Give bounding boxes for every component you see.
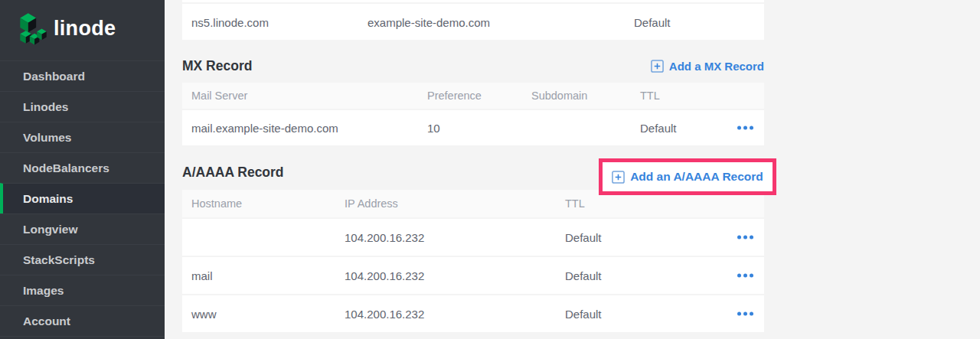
sidebar-item-linodes[interactable]: Linodes [0,91,165,122]
a-col-ttl: TTL [565,197,585,210]
a-record-row: mail 104.200.16.232 Default [182,256,764,294]
annotation-highlight-box: Add an A/AAAA Record [599,158,776,195]
sidebar-item-label: Domains [23,192,73,206]
a-ttl: Default [565,269,602,282]
a-ip-address: 104.200.16.232 [345,231,424,244]
a-hostname: mail [191,269,213,282]
mx-table-header: Mail Server Preference Subdomain TTL [182,83,764,109]
mx-record-table: Mail Server Preference Subdomain TTL mai… [182,83,764,145]
plus-square-icon [612,171,625,184]
linode-logo[interactable]: linode [0,0,165,47]
sidebar-item-label: Longview [23,223,77,236]
linode-logo-text: linode [54,17,116,41]
mx-col-ttl: TTL [640,90,660,102]
sidebar-item-label: Dashboard [23,70,85,83]
a-aaaa-record-title: A/AAAA Record [182,165,284,181]
a-row-actions-button[interactable] [736,271,754,281]
sidebar-item-label: Images [23,284,64,298]
mx-preference: 10 [427,122,440,135]
a-row-actions-button[interactable] [736,233,754,243]
mx-col-subdomain: Subdomain [531,90,587,102]
sidebar-item-dashboard[interactable]: Dashboard [0,60,165,91]
mx-col-mail-server: Mail Server [191,90,247,102]
add-a-aaaa-record-label: Add an A/AAAA Record [630,170,763,184]
a-ttl: Default [565,308,602,321]
sidebar-item-volumes[interactable]: Volumes [0,122,165,152]
add-mx-record-label: Add a MX Record [669,60,764,73]
a-ip-address: 104.200.16.232 [345,269,424,282]
plus-square-icon [651,60,664,73]
mx-row-actions-button[interactable] [736,123,754,133]
mx-record-row: mail.example-site-demo.com 10 Default [182,109,764,145]
ellipsis-icon [737,274,741,278]
ns-table-partial-row [182,0,764,2]
a-col-hostname: Hostname [191,197,242,210]
mx-col-preference: Preference [427,90,482,102]
a-ip-address: 104.200.16.232 [345,308,424,321]
add-mx-record-button[interactable]: Add a MX Record [651,60,764,73]
sidebar-item-images[interactable]: Images [0,275,165,305]
ns-ttl: Default [634,15,671,28]
sidebar-item-label: Volumes [23,131,71,145]
sidebar-item-account[interactable]: Account [0,305,165,336]
sidebar-item-domains[interactable]: Domains [0,183,165,214]
ellipsis-icon [737,236,741,240]
sidebar-item-label: Linodes [23,100,68,114]
a-row-actions-button[interactable] [736,309,754,319]
a-aaaa-record-table: Hostname IP Address TTL 104.200.16.232 D… [182,190,764,332]
ellipsis-icon [737,312,741,316]
mx-ttl: Default [640,122,677,135]
linode-cubes-logo-icon [15,10,51,47]
sidebar-item-label: Account [23,315,70,328]
linode-dns-manager-screen: linode Dashboard Linodes Volumes NodeBal… [0,0,980,339]
a-record-row: 104.200.16.232 Default [182,217,764,256]
a-col-ip-address: IP Address [345,197,398,210]
ns-domain: example-site-demo.com [368,15,490,28]
mx-record-title: MX Record [182,58,252,74]
a-record-row: www 104.200.16.232 Default [182,294,764,332]
ns-name-server: ns5.linode.com [191,15,269,28]
mx-section-header: MX Record Add a MX Record [182,40,764,83]
sidebar-item-label: StackScripts [23,253,95,267]
sidebar-item-nodebalancers[interactable]: NodeBalancers [0,152,165,183]
mx-mail-server: mail.example-site-demo.com [191,122,338,135]
sidebar-item-label: NodeBalancers [23,161,109,175]
add-a-aaaa-record-button[interactable]: Add an A/AAAA Record [612,170,763,184]
ns-record-row: ns5.linode.com example-site-demo.com Def… [182,4,764,40]
sidebar-item-longview[interactable]: Longview [0,214,165,244]
sidebar: linode Dashboard Linodes Volumes NodeBal… [0,0,165,339]
a-hostname: www [191,308,217,321]
sidebar-nav: Dashboard Linodes Volumes NodeBalancers … [0,60,165,337]
sidebar-item-stackscripts[interactable]: StackScripts [0,244,165,275]
ellipsis-icon [737,126,741,130]
a-ttl: Default [565,231,602,244]
